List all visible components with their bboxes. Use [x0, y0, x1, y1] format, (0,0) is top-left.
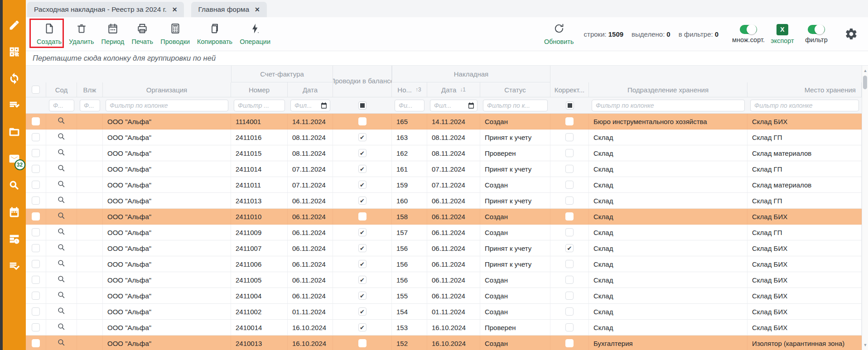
table-row[interactable]: ООО "Альфа"241101508.11.2024✔16208.11.20…: [26, 145, 862, 161]
sidebar-item-documents[interactable]: [9, 127, 20, 139]
podr-filter-input[interactable]: [592, 100, 745, 111]
magnifier-icon[interactable]: [57, 322, 66, 332]
scrollbar-thumb[interactable]: [863, 76, 867, 89]
row-select-checkbox[interactable]: [32, 339, 40, 347]
magnifier-icon[interactable]: [57, 307, 66, 316]
sf_date-filter-input[interactable]: [290, 100, 330, 111]
korr-checkbox[interactable]: [565, 276, 574, 284]
magnifier-icon[interactable]: [57, 148, 66, 158]
sidebar-item-search[interactable]: [9, 180, 20, 192]
print-button[interactable]: Печать: [128, 21, 157, 47]
korr-checkbox[interactable]: [565, 165, 574, 173]
column-header-n_date[interactable]: Дата↓1: [427, 82, 480, 97]
row-select-checkbox[interactable]: [32, 244, 40, 252]
korr-checkbox[interactable]: [565, 197, 574, 205]
magnifier-icon[interactable]: [57, 259, 66, 269]
column-header-n_num[interactable]: Но...↑3: [392, 82, 427, 97]
table-row[interactable]: ООО "Альфа"241101006.11.202415806.11.202…: [26, 209, 862, 225]
magnifier-icon[interactable]: [57, 338, 66, 348]
n_date-filter-input[interactable]: [430, 100, 477, 111]
refresh-button[interactable]: Обновить: [540, 21, 578, 47]
prov-checkbox[interactable]: ✔: [358, 133, 366, 141]
korr-checkbox[interactable]: ✔: [565, 244, 574, 252]
korr-checkbox[interactable]: [565, 323, 574, 331]
select-all-checkbox[interactable]: [32, 86, 40, 94]
sf_num-filter-input[interactable]: [234, 100, 285, 111]
korr-checkbox[interactable]: [565, 228, 574, 236]
table-row[interactable]: ООО "Альфа"241101306.11.2024✔16006.11.20…: [26, 193, 862, 209]
sidebar-item-import[interactable]: [9, 100, 20, 112]
magnifier-icon[interactable]: [57, 211, 66, 221]
prov-checkbox[interactable]: ✔: [358, 276, 366, 284]
magnifier-icon[interactable]: [57, 196, 66, 206]
row-select-checkbox[interactable]: [32, 133, 40, 141]
row-select-checkbox[interactable]: [32, 228, 40, 236]
column-header-sod[interactable]: Сод: [46, 82, 77, 97]
sidebar-item-tasks[interactable]: [9, 260, 20, 272]
prov-filter-checkbox[interactable]: [358, 101, 366, 110]
period-button[interactable]: Период: [97, 21, 128, 47]
row-select-checkbox[interactable]: [32, 212, 40, 221]
magnifier-icon[interactable]: [57, 291, 66, 301]
export-button[interactable]: X экспорт: [767, 24, 798, 44]
column-header-status[interactable]: Статус: [480, 82, 550, 97]
korr-checkbox[interactable]: [565, 307, 574, 316]
magnifier-icon[interactable]: [57, 227, 66, 237]
table-row[interactable]: ООО "Альфа"241100706.11.2024✔15606.11.20…: [26, 240, 862, 256]
mesto-filter-input[interactable]: [750, 100, 859, 111]
row-select-checkbox[interactable]: [32, 181, 40, 189]
table-row[interactable]: ООО "Альфа"241101107.11.2024✔15907.11.20…: [26, 177, 862, 193]
korr-checkbox[interactable]: [565, 292, 574, 300]
row-select-checkbox[interactable]: [32, 260, 40, 268]
vlzh-filter-input[interactable]: [80, 100, 100, 111]
magnifier-icon[interactable]: [57, 243, 66, 253]
postings-button[interactable]: Проводки: [157, 21, 193, 47]
row-select-checkbox[interactable]: [32, 276, 40, 284]
column-header-prov[interactable]: Проводки в балансе: [333, 66, 392, 97]
status-filter-input[interactable]: [483, 100, 548, 111]
table-row[interactable]: ООО "Альфа"241101608.11.2024✔16308.11.20…: [26, 129, 862, 145]
column-header-sf_num[interactable]: Номер: [231, 82, 288, 97]
prov-checkbox[interactable]: ✔: [358, 165, 366, 173]
prov-checkbox[interactable]: ✔: [358, 228, 366, 236]
korr-checkbox[interactable]: [565, 212, 574, 221]
multisort-toggle[interactable]: множ.сорт.: [730, 25, 767, 43]
delete-button[interactable]: Удалить: [65, 21, 97, 47]
sidebar-item-sync[interactable]: [9, 73, 20, 85]
filter-toggle[interactable]: фильтр: [798, 25, 834, 43]
korr-checkbox[interactable]: [565, 149, 574, 157]
korr-checkbox[interactable]: [565, 181, 574, 189]
prov-checkbox[interactable]: [358, 339, 366, 347]
table-row[interactable]: ООО "Альфа"241001316.10.202415216.10.202…: [26, 336, 862, 350]
column-header-podr[interactable]: Подразделение хранения: [589, 82, 747, 97]
prov-checkbox[interactable]: [358, 117, 366, 125]
column-header-korr[interactable]: Коррект...: [550, 82, 589, 97]
table-row[interactable]: ООО "Альфа"241101407.11.2024✔16107.11.20…: [26, 161, 862, 177]
sidebar-item-calendar[interactable]: [9, 207, 20, 219]
korr-checkbox[interactable]: [565, 117, 574, 125]
column-header-org[interactable]: Организация: [103, 82, 231, 97]
magnifier-icon[interactable]: [57, 180, 66, 190]
sidebar-item-reports[interactable]: [9, 234, 20, 245]
magnifier-icon[interactable]: [57, 275, 66, 285]
table-row[interactable]: ООО "Альфа"241100906.11.2024✔15706.11.20…: [26, 225, 862, 240]
settings-button[interactable]: [844, 27, 858, 41]
korr-checkbox[interactable]: [565, 133, 574, 141]
column-header-vlzh[interactable]: Влж: [77, 82, 103, 97]
row-select-checkbox[interactable]: [32, 292, 40, 300]
operations-button[interactable]: Операции: [236, 21, 274, 47]
table-row[interactable]: ООО "Альфа"241001416.10.2024✔15316.10.20…: [26, 320, 862, 336]
table-row[interactable]: ООО "Альфа"111400114.11.202416514.11.202…: [26, 114, 862, 129]
prov-checkbox[interactable]: ✔: [358, 307, 366, 316]
row-select-checkbox[interactable]: [32, 307, 40, 316]
korr-checkbox[interactable]: [565, 339, 574, 347]
prov-checkbox[interactable]: ✔: [358, 181, 366, 189]
column-header-sf_date[interactable]: Дата: [288, 82, 333, 97]
row-select-checkbox[interactable]: [32, 323, 40, 331]
table-row[interactable]: ООО "Альфа"241100201.11.2024✔15401.11.20…: [26, 304, 862, 320]
korr-filter-checkbox[interactable]: [566, 101, 574, 110]
column-header-mesto[interactable]: Место хранения: [747, 82, 862, 97]
row-select-checkbox[interactable]: [32, 117, 40, 125]
table-row[interactable]: ООО "Альфа"241100406.11.2024✔15506.11.20…: [26, 288, 862, 304]
prov-checkbox[interactable]: ✔: [358, 323, 366, 331]
